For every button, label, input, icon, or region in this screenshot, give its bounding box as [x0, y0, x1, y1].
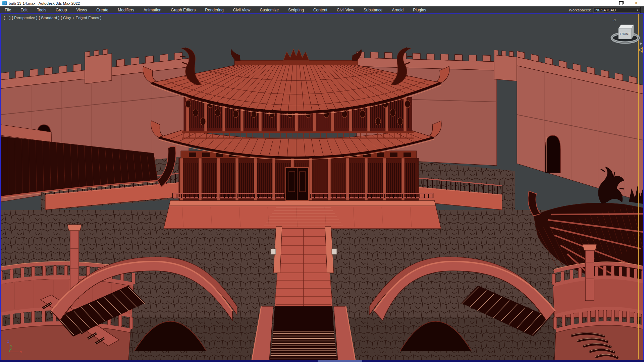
right-wall-arch [545, 135, 560, 173]
menu-item-modifiers[interactable]: Modifiers [113, 6, 139, 13]
menu-items: FileEditToolsGroupViewsCreateModifiersAn… [0, 6, 431, 13]
temple-main-door [286, 168, 309, 200]
menu-item-animation[interactable]: Animation [139, 6, 166, 13]
menu-item-civil-view[interactable]: Civil View [228, 6, 255, 13]
viewport-menu-general[interactable]: [ + ] [4, 16, 11, 20]
svg-text:z: z [7, 339, 9, 343]
menu-item-content[interactable]: Content [309, 6, 332, 13]
panel-dot-icon [640, 43, 642, 45]
svg-text:y: y [10, 344, 12, 348]
viewport-menu-pov[interactable]: [ Perspective ] [12, 16, 38, 20]
central-stairs [252, 306, 355, 360]
menu-item-civil-view[interactable]: Civil View [332, 6, 359, 13]
menu-item-rendering[interactable]: Rendering [200, 6, 228, 13]
viewcube[interactable]: ⌂ FRONT [609, 16, 642, 50]
menu-item-file[interactable]: File [0, 6, 16, 13]
menu-item-customize[interactable]: Customize [255, 6, 284, 13]
chevron-down-icon: ▾ [637, 8, 638, 12]
close-button[interactable]: ✕ [629, 0, 644, 6]
menu-item-tools[interactable]: Tools [32, 6, 51, 13]
viewcube-top-face[interactable] [619, 25, 634, 28]
3d-scene[interactable]: zyx [1, 14, 643, 360]
menu-item-plugins[interactable]: Plugins [408, 6, 431, 13]
viewcube-front-label: FRONT [620, 32, 630, 36]
central-causeway [271, 227, 337, 306]
viewport-menu-standard[interactable]: [ Standard ] [39, 16, 59, 20]
viewport-menu-shading[interactable]: [ Clay + Edged Faces ] [61, 16, 101, 20]
menu-item-views[interactable]: Views [71, 6, 92, 13]
workspaces-label: Workspaces: [569, 8, 591, 12]
viewport[interactable]: zyx [ + ][ Perspective ][ Standard ][ Cl… [0, 14, 644, 360]
bottom-frame-bar [0, 360, 644, 362]
window-controls: — ✕ [598, 0, 644, 6]
window-title: buổi 13-14.max - Autodesk 3ds Max 2022 [9, 1, 80, 5]
viewport-label: [ + ][ Perspective ][ Standard ][ Clay +… [4, 16, 103, 20]
3ds-max-logo-icon: 3 [2, 1, 7, 5]
menubar: FileEditToolsGroupViewsCreateModifiersAn… [0, 6, 644, 14]
restore-button[interactable] [613, 0, 629, 6]
workspaces-value: NESA iCAD [595, 8, 616, 12]
menu-item-create[interactable]: Create [92, 6, 113, 13]
menu-item-graph-editors[interactable]: Graph Editors [166, 6, 200, 13]
menu-item-substance[interactable]: Substance [359, 6, 387, 13]
svg-text:x: x [20, 350, 22, 354]
3ds-max-window: 3 buổi 13-14.max - Autodesk 3ds Max 2022… [0, 0, 644, 362]
titlebar: 3 buổi 13-14.max - Autodesk 3ds Max 2022… [0, 0, 644, 6]
menu-item-scripting[interactable]: Scripting [283, 6, 309, 13]
viewport-frame-line [638, 14, 639, 359]
minimize-button[interactable]: — [598, 0, 613, 6]
menu-item-arnold[interactable]: Arnold [387, 6, 408, 13]
menu-item-group[interactable]: Group [51, 6, 71, 13]
viewcube-home-icon[interactable]: ⌂ [613, 17, 616, 22]
temple-platform [164, 200, 441, 229]
menu-item-edit[interactable]: Edit [16, 6, 32, 13]
panel-expand-icon[interactable] [639, 47, 643, 53]
workspaces: Workspaces: NESA iCAD ▾ [569, 7, 644, 13]
restore-icon [619, 1, 623, 5]
bottom-frame-segment[interactable] [318, 360, 362, 362]
workspaces-dropdown[interactable]: NESA iCAD ▾ [593, 7, 641, 13]
